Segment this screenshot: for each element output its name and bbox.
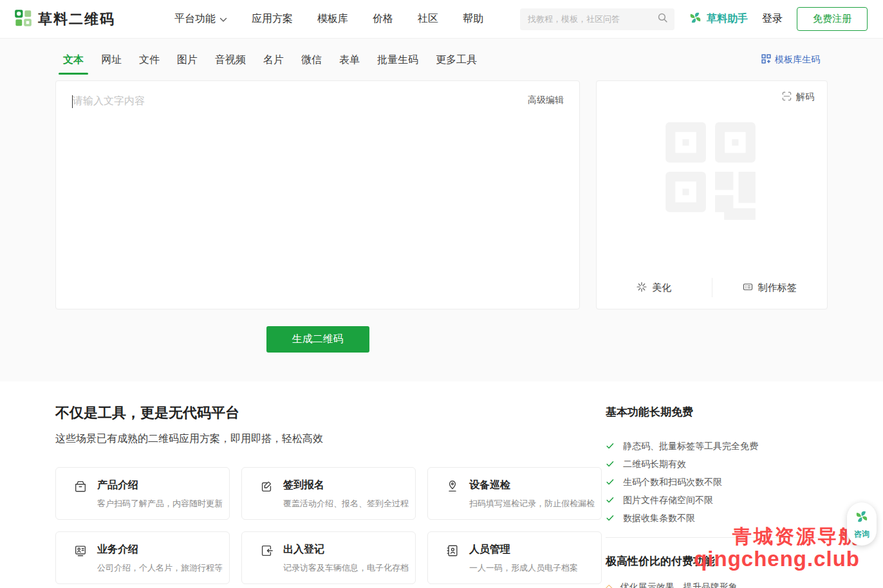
features-block: 基本功能长期免费 静态码、批量标签等工具完全免费 二维码长期有效 生码个数和扫码… [606, 405, 828, 588]
advanced-edit-link[interactable]: 高级编辑 [528, 95, 564, 106]
consult-label: 咨询 [854, 529, 869, 540]
register-button[interactable]: 免费注册 [797, 7, 868, 31]
tab-media[interactable]: 音视频 [215, 47, 246, 73]
free-feature-item: 数据收集条数不限 [606, 510, 828, 528]
scene-desc: 一人一码，形成人员电子档案 [469, 562, 578, 574]
tab-vcard[interactable]: 名片 [263, 47, 284, 73]
free-feature-item: 生码个数和扫码次数不限 [606, 473, 828, 492]
register-icon [259, 544, 274, 558]
nav-solutions[interactable]: 应用方案 [252, 12, 293, 26]
pinwheel-icon [855, 510, 869, 526]
generator-section: 文本 网址 文件 图片 音视频 名片 微信 表单 批量生码 更多工具 模板库生码 [0, 39, 883, 381]
scene-title: 人员管理 [469, 543, 578, 556]
free-feature-item: 图片文件存储空间不限 [606, 492, 828, 510]
free-feature-item: 静态码、批量标签等工具完全免费 [606, 437, 828, 455]
scene-title: 产品介绍 [97, 479, 223, 492]
tab-batch[interactable]: 批量生码 [377, 47, 418, 73]
qr-preview-card: 解码 [596, 80, 828, 309]
nav-community[interactable]: 社区 [418, 12, 438, 26]
search-input[interactable] [528, 14, 657, 24]
content-textarea[interactable] [56, 81, 579, 309]
make-label-button[interactable]: 制作标签 [712, 266, 828, 309]
signup-icon [259, 479, 274, 493]
decode-label: 解码 [796, 91, 814, 103]
check-icon [606, 441, 615, 452]
tab-more-tools[interactable]: 更多工具 [436, 47, 477, 73]
make-label-label: 制作标签 [758, 282, 797, 294]
tab-url[interactable]: 网址 [101, 47, 122, 73]
scene-desc: 公司介绍，个人名片，旅游行程等 [97, 562, 223, 574]
qr-grid-icon [761, 54, 771, 66]
scene-cards: 产品介绍 客户扫码了解产品，内容随时更新 签到报名 [55, 467, 580, 584]
template-generate-link[interactable]: 模板库生码 [761, 54, 820, 66]
decode-link[interactable]: 解码 [782, 91, 814, 103]
free-features-list: 静态码、批量标签等工具完全免费 二维码长期有效 生码个数和扫码次数不限 图片文件… [606, 437, 828, 528]
scene-card-personnel[interactable]: 人员管理 一人一码，形成人员电子档案 [427, 531, 602, 584]
business-icon [73, 544, 88, 558]
scene-desc: 覆盖活动介绍、报名、签到全过程 [283, 498, 409, 510]
tab-text[interactable]: 文本 [63, 47, 84, 73]
scene-desc: 客户扫码了解产品，内容随时更新 [97, 498, 223, 510]
scene-desc: 扫码填写巡检记录，防止假检漏检 [469, 498, 595, 510]
header-right: 草料助手 登录 免费注册 [520, 7, 868, 31]
scenes-block: 不仅是工具，更是无代码平台 这些场景已有成熟的二维码应用方案，即用即搭，轻松高效… [55, 405, 580, 588]
nav-label: 平台功能 [174, 12, 216, 26]
scene-card-business[interactable]: 业务介绍 公司介绍，个人名片，旅游行程等 [55, 531, 230, 584]
brand-logo[interactable]: 草料二维码 [14, 9, 115, 30]
login-link[interactable]: 登录 [762, 12, 783, 26]
type-tabs: 文本 网址 文件 图片 音视频 名片 微信 表单 批量生码 更多工具 模板库生码 [55, 45, 828, 75]
scene-card-inspection[interactable]: 设备巡检 扫码填写巡检记录，防止假检漏检 [427, 467, 602, 520]
search-box[interactable] [520, 8, 674, 30]
check-icon [606, 495, 615, 506]
qr-actions: 美化 制作标签 [597, 266, 827, 309]
tab-wechat[interactable]: 微信 [301, 47, 322, 73]
promo-title: 不仅是工具，更是无代码平台 [55, 405, 580, 421]
scan-frame-icon [782, 91, 792, 103]
personnel-icon [445, 544, 460, 558]
scene-desc: 记录访客及车辆信息，电子化存档 [283, 562, 409, 574]
scene-card-signup[interactable]: 签到报名 覆盖活动介绍、报名、签到全过程 [241, 467, 416, 520]
pinwheel-icon [689, 11, 702, 27]
scene-card-register[interactable]: 出入登记 记录访客及车辆信息，电子化存档 [241, 531, 416, 584]
check-icon [606, 459, 615, 470]
generate-qr-button[interactable]: 生成二维码 [266, 326, 369, 353]
inspection-icon [445, 479, 460, 493]
main-nav: 平台功能 应用方案 模板库 价格 社区 帮助 [174, 12, 483, 26]
free-feature-text: 数据收集条数不限 [623, 513, 695, 524]
nav-template-library[interactable]: 模板库 [317, 12, 348, 26]
nav-platform-features[interactable]: 平台功能 [174, 12, 227, 26]
chevron-down-icon [219, 14, 227, 25]
assistant-label: 草料助手 [707, 12, 748, 26]
nav-pricing[interactable]: 价格 [373, 12, 393, 26]
side-divider [606, 537, 828, 538]
qr-placeholder [597, 81, 827, 266]
free-feature-text: 静态码、批量标签等工具完全免费 [623, 441, 758, 452]
paid-features-title: 极高性价比的付费功能 [606, 554, 828, 569]
beautify-icon [637, 282, 647, 294]
beautify-label: 美化 [652, 282, 671, 294]
tab-form[interactable]: 表单 [339, 47, 360, 73]
product-icon [73, 479, 88, 493]
consult-widget[interactable]: 咨询 [847, 502, 877, 546]
scene-title: 业务介绍 [97, 543, 223, 556]
page: 草料二维码 平台功能 应用方案 模板库 价格 社区 帮助 [0, 0, 883, 588]
free-feature-item: 二维码长期有效 [606, 455, 828, 473]
tab-image[interactable]: 图片 [177, 47, 198, 73]
label-icon [743, 282, 753, 294]
scene-title: 出入登记 [283, 543, 409, 556]
assistant-link[interactable]: 草料助手 [689, 11, 748, 27]
free-features-title: 基本功能长期免费 [606, 405, 828, 420]
search-icon[interactable] [657, 12, 668, 26]
promo-subtitle: 这些场景已有成熟的二维码应用方案，即用即搭，轻松高效 [55, 432, 580, 446]
check-icon [606, 513, 615, 524]
tab-file[interactable]: 文件 [139, 47, 160, 73]
scene-card-product[interactable]: 产品介绍 客户扫码了解产品，内容随时更新 [55, 467, 230, 520]
template-generate-label: 模板库生码 [775, 54, 820, 66]
beautify-button[interactable]: 美化 [597, 266, 712, 309]
qr-logo-icon [14, 9, 32, 30]
nav-help[interactable]: 帮助 [463, 12, 483, 26]
free-feature-text: 二维码长期有效 [623, 459, 686, 470]
scene-title: 设备巡检 [469, 479, 595, 492]
paid-feature-text: 优化展示效果，提升品牌形象 [620, 582, 738, 588]
brand-name: 草料二维码 [38, 10, 115, 29]
